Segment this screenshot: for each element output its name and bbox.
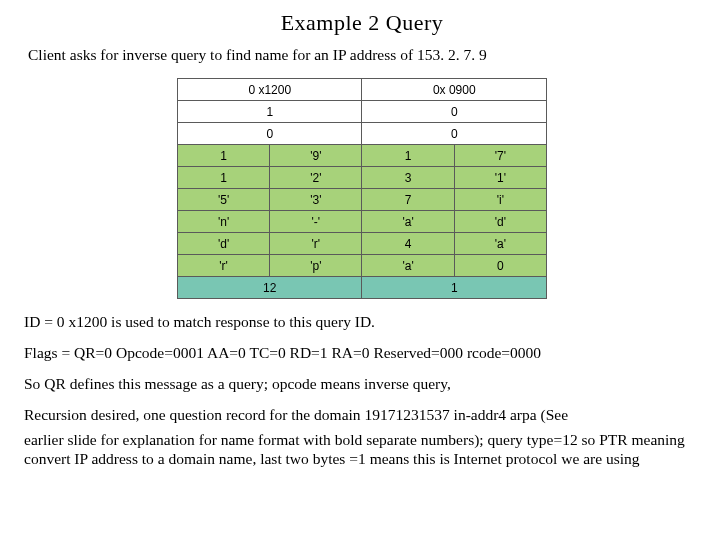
cell: 0 <box>362 123 547 145</box>
cell: '5' <box>178 189 270 211</box>
cell: '1' <box>454 167 546 189</box>
cell: 3 <box>362 167 454 189</box>
cell: 0 <box>362 101 547 123</box>
cell: '9' <box>270 145 362 167</box>
cell: '-' <box>270 211 362 233</box>
cell-flags: 0x 0900 <box>362 79 547 101</box>
cell-id: 0 x1200 <box>178 79 362 101</box>
table-row: 1 '9' 1 '7' <box>178 145 547 167</box>
cell: '3' <box>270 189 362 211</box>
paragraph: ID = 0 x1200 is used to match response t… <box>24 313 700 332</box>
cell: 'd' <box>454 211 546 233</box>
paragraph: Recursion desired, one question record f… <box>24 406 700 425</box>
table-row: 'n' '-' 'a' 'd' <box>178 211 547 233</box>
table-row: '5' '3' 7 'i' <box>178 189 547 211</box>
cell: 'r' <box>178 255 270 277</box>
cell: 'i' <box>454 189 546 211</box>
table-row: 0 x1200 0x 0900 <box>178 79 547 101</box>
dns-packet-table: 0 x1200 0x 0900 1 0 0 0 1 '9' 1 '7' 1 '2… <box>177 78 547 299</box>
cell: 'a' <box>362 255 454 277</box>
cell: 1 <box>178 145 270 167</box>
cell: 4 <box>362 233 454 255</box>
page-title: Example 2 Query <box>24 10 700 36</box>
table-row: 1 0 <box>178 101 547 123</box>
cell: 1 <box>362 145 454 167</box>
cell: 7 <box>362 189 454 211</box>
paragraph: earlier slide for explanation for name f… <box>24 431 700 469</box>
cell: 'a' <box>454 233 546 255</box>
cell: 1 <box>178 167 270 189</box>
table-row: 0 0 <box>178 123 547 145</box>
cell: 1 <box>178 101 362 123</box>
cell: 'd' <box>178 233 270 255</box>
body-text: ID = 0 x1200 is used to match response t… <box>24 313 700 468</box>
cell: 0 <box>178 123 362 145</box>
table-row: 'r' 'p' 'a' 0 <box>178 255 547 277</box>
subtitle-text: Client asks for inverse query to find na… <box>28 46 700 64</box>
cell: 'p' <box>270 255 362 277</box>
cell: 'a' <box>362 211 454 233</box>
cell: 12 <box>178 277 362 299</box>
cell: 0 <box>454 255 546 277</box>
table-row: 'd' 'r' 4 'a' <box>178 233 547 255</box>
table-row: 12 1 <box>178 277 547 299</box>
table-row: 1 '2' 3 '1' <box>178 167 547 189</box>
cell: 'n' <box>178 211 270 233</box>
paragraph: Flags = QR=0 Opcode=0001 AA=0 TC=0 RD=1 … <box>24 344 700 363</box>
cell: 'r' <box>270 233 362 255</box>
dns-table-container: 0 x1200 0x 0900 1 0 0 0 1 '9' 1 '7' 1 '2… <box>177 78 547 299</box>
cell: '7' <box>454 145 546 167</box>
cell: 1 <box>362 277 547 299</box>
paragraph: So QR defines this message as a query; o… <box>24 375 700 394</box>
cell: '2' <box>270 167 362 189</box>
